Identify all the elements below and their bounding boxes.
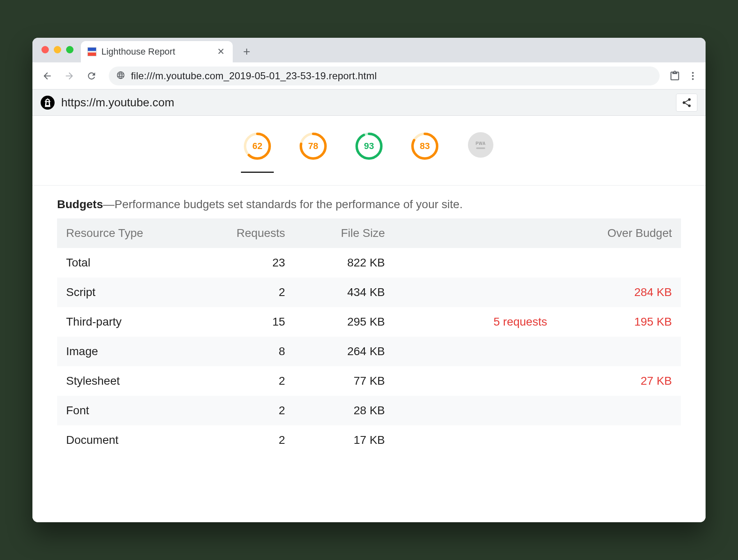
svg-point-0 <box>692 72 694 73</box>
cell-over-requests <box>394 425 556 455</box>
cell-over-requests <box>394 248 556 278</box>
cell-file-size: 434 KB <box>294 278 394 307</box>
budgets-table: Resource Type Requests File Size Over Bu… <box>57 218 681 455</box>
tab-title: Lighthouse Report <box>101 46 211 57</box>
table-row: Third-party15295 KB5 requests195 KB <box>57 307 681 337</box>
cell-file-size: 28 KB <box>294 396 394 425</box>
share-icon <box>681 97 692 108</box>
cell-requests: 23 <box>207 248 294 278</box>
new-tab-button[interactable]: + <box>238 44 255 60</box>
lighthouse-favicon-icon <box>87 47 96 56</box>
cell-over-requests: 5 requests <box>394 307 556 337</box>
table-row: Font228 KB <box>57 396 681 425</box>
browser-tab[interactable]: Lighthouse Report ✕ <box>81 41 233 62</box>
gauge-score: 78 <box>299 132 327 160</box>
cell-over-requests <box>394 396 556 425</box>
cell-over-size <box>556 337 681 366</box>
table-row: Total23822 KB <box>57 248 681 278</box>
browser-menu-button[interactable] <box>686 69 700 83</box>
col-over-budget: Over Budget <box>556 218 681 248</box>
cell-resource-type: Image <box>57 337 207 366</box>
minimize-window-button[interactable] <box>54 46 61 53</box>
cell-over-requests <box>394 337 556 366</box>
cell-requests: 2 <box>207 366 294 396</box>
table-row: Script2434 KB284 KB <box>57 278 681 307</box>
budgets-heading: Budgets—Performance budgets set standard… <box>57 198 681 211</box>
cell-requests: 8 <box>207 337 294 366</box>
report-header: https://m.youtube.com <box>32 90 706 116</box>
cell-requests: 2 <box>207 396 294 425</box>
back-button[interactable] <box>38 67 56 85</box>
cell-over-requests <box>394 366 556 396</box>
clipboard-extension-button[interactable] <box>668 69 682 83</box>
col-over-budget-requests <box>394 218 556 248</box>
tab-strip: Lighthouse Report ✕ + <box>32 38 706 62</box>
cell-over-size <box>556 425 681 455</box>
report-url: https://m.youtube.com <box>61 96 669 109</box>
arrow-left-icon <box>42 71 53 81</box>
gauge-score: 93 <box>355 132 383 160</box>
cell-requests: 15 <box>207 307 294 337</box>
maximize-window-button[interactable] <box>66 46 73 53</box>
reload-button[interactable] <box>83 67 101 85</box>
cell-requests: 2 <box>207 425 294 455</box>
cell-file-size: 264 KB <box>294 337 394 366</box>
col-requests: Requests <box>207 218 294 248</box>
cell-file-size: 822 KB <box>294 248 394 278</box>
table-header-row: Resource Type Requests File Size Over Bu… <box>57 218 681 248</box>
gauge-score: 62 <box>243 132 271 160</box>
gauge-pwa[interactable]: PWA <box>464 132 497 173</box>
cell-file-size: 295 KB <box>294 307 394 337</box>
address-bar[interactable]: file:///m.youtube.com_2019-05-01_23-53-1… <box>109 67 660 85</box>
reload-icon <box>86 71 97 81</box>
cell-requests: 2 <box>207 278 294 307</box>
cell-file-size: 77 KB <box>294 366 394 396</box>
gauge-best-practices[interactable]: 93 <box>353 132 385 173</box>
svg-point-1 <box>692 75 694 76</box>
gauge-seo[interactable]: 83 <box>408 132 441 173</box>
cell-resource-type: Document <box>57 425 207 455</box>
gauge-score: 83 <box>411 132 439 160</box>
table-row: Image8264 KB <box>57 337 681 366</box>
cell-over-size <box>556 396 681 425</box>
forward-button[interactable] <box>60 67 78 85</box>
arrow-right-icon <box>64 71 75 81</box>
browser-toolbar: file:///m.youtube.com_2019-05-01_23-53-1… <box>32 62 706 90</box>
window-controls <box>41 46 73 53</box>
score-gauges: 62 78 93 83 <box>32 116 706 186</box>
close-tab-button[interactable]: ✕ <box>215 45 226 59</box>
col-file-size: File Size <box>294 218 394 248</box>
clipboard-icon <box>669 70 681 82</box>
close-window-button[interactable] <box>41 46 49 53</box>
gauge-performance[interactable]: 62 <box>241 132 274 173</box>
cell-resource-type: Total <box>57 248 207 278</box>
address-bar-text: file:///m.youtube.com_2019-05-01_23-53-1… <box>131 70 377 82</box>
browser-window: Lighthouse Report ✕ + file:///m.youtube.… <box>32 38 706 522</box>
table-row: Document217 KB <box>57 425 681 455</box>
lighthouse-logo-icon <box>41 96 55 110</box>
svg-point-2 <box>692 78 694 80</box>
cell-over-size <box>556 248 681 278</box>
cell-over-size: 195 KB <box>556 307 681 337</box>
col-resource-type: Resource Type <box>57 218 207 248</box>
globe-icon <box>116 71 125 81</box>
pwa-badge-icon: PWA <box>468 132 493 158</box>
cell-resource-type: Script <box>57 278 207 307</box>
cell-resource-type: Font <box>57 396 207 425</box>
share-button[interactable] <box>676 94 697 112</box>
budgets-section: Budgets—Performance budgets set standard… <box>32 186 706 455</box>
cell-resource-type: Third-party <box>57 307 207 337</box>
cell-over-size: 284 KB <box>556 278 681 307</box>
cell-over-requests <box>394 278 556 307</box>
cell-over-size: 27 KB <box>556 366 681 396</box>
cell-resource-type: Stylesheet <box>57 366 207 396</box>
table-row: Stylesheet277 KB27 KB <box>57 366 681 396</box>
cell-file-size: 17 KB <box>294 425 394 455</box>
gauge-accessibility[interactable]: 78 <box>297 132 330 173</box>
kebab-menu-icon <box>688 71 698 81</box>
report-content: 62 78 93 83 <box>32 116 706 522</box>
